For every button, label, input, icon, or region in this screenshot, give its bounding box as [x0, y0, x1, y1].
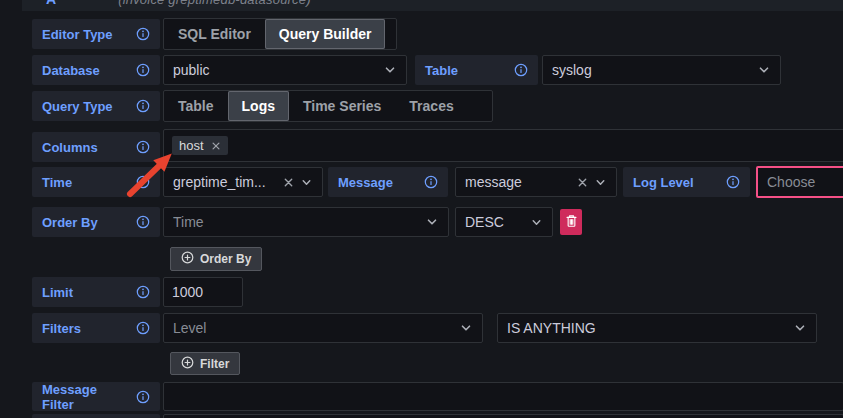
message-filter-label: Message Filter [32, 382, 160, 411]
clipped-next-row-input [163, 414, 843, 418]
message-label: Message [328, 167, 448, 197]
filter-operator-select[interactable]: IS ANYTHING [497, 313, 817, 343]
chevron-down-icon [594, 176, 607, 189]
database-value: public [173, 62, 377, 78]
time-column-select[interactable]: greptime_tim... [163, 167, 323, 197]
info-icon[interactable] [514, 63, 528, 77]
message-filter-label-text: Message Filter [42, 382, 128, 412]
close-icon[interactable] [577, 177, 588, 188]
columns-label: Columns [32, 132, 160, 162]
table-select[interactable]: syslog [542, 55, 781, 85]
info-icon[interactable] [136, 285, 150, 299]
chevron-down-icon [383, 63, 397, 77]
query-type-option-traces[interactable]: Traces [395, 91, 467, 121]
editor-type-option-query-builder[interactable]: Query Builder [265, 19, 386, 49]
plus-circle-icon [181, 356, 194, 372]
editor-type-label: Editor Type [32, 19, 160, 49]
column-chip-label: host [179, 138, 204, 153]
filters-label: Filters [32, 313, 160, 343]
info-icon[interactable] [136, 140, 150, 154]
query-type-label: Query Type [32, 91, 160, 121]
query-type-radio-group: Table Logs Time Series Traces [163, 90, 493, 122]
info-icon[interactable] [136, 321, 150, 335]
order-by-direction-value: DESC [465, 214, 524, 230]
order-by-column-select[interactable]: Time [163, 207, 449, 237]
order-by-column-placeholder: Time [173, 214, 419, 230]
chevron-down-icon [757, 63, 771, 77]
info-icon[interactable] [136, 27, 150, 41]
greptimedb-query-editor: A (invoice greptimedb-datasource) Editor… [0, 0, 843, 418]
message-filter-input[interactable] [163, 382, 843, 411]
editor-type-option-sql-editor[interactable]: SQL Editor [164, 19, 265, 49]
close-icon[interactable] [283, 177, 294, 188]
columns-multiselect-input[interactable]: host [163, 129, 843, 162]
clipped-next-row-label [32, 414, 160, 418]
table-label-text: Table [425, 63, 458, 78]
datasource-note: (invoice greptimedb-datasource) [118, 0, 311, 7]
query-type-option-table[interactable]: Table [164, 91, 228, 121]
info-icon[interactable] [136, 390, 150, 404]
message-label-text: Message [338, 175, 393, 190]
column-chip-host: host [172, 136, 228, 155]
add-filter-button[interactable]: Filter [170, 352, 240, 375]
remove-order-by-button[interactable] [560, 209, 582, 235]
order-by-label: Order By [32, 207, 160, 237]
query-ref-id: A [46, 0, 56, 7]
database-select[interactable]: public [163, 55, 407, 85]
query-type-label-text: Query Type [42, 99, 113, 114]
limit-label: Limit [32, 277, 160, 307]
chevron-down-icon [300, 176, 313, 189]
info-icon[interactable] [424, 175, 438, 189]
columns-label-text: Columns [42, 140, 98, 155]
table-value: syslog [552, 62, 751, 78]
chevron-down-icon [793, 321, 807, 335]
limit-label-text: Limit [42, 285, 73, 300]
filters-label-text: Filters [42, 321, 81, 336]
info-icon[interactable] [136, 63, 150, 77]
chevron-down-icon [530, 216, 543, 229]
message-column-value: message [465, 174, 571, 190]
info-icon[interactable] [136, 99, 150, 113]
filter-column-placeholder: Level [173, 320, 453, 336]
query-type-option-logs[interactable]: Logs [228, 91, 289, 121]
info-icon[interactable] [726, 175, 740, 189]
message-column-select[interactable]: message [455, 167, 617, 197]
info-icon[interactable] [136, 215, 150, 229]
query-row-header: A (invoice greptimedb-datasource) [22, 0, 843, 11]
database-label-text: Database [42, 63, 100, 78]
close-icon[interactable] [211, 141, 221, 151]
order-by-label-text: Order By [42, 215, 98, 230]
log-level-placeholder: Choose [767, 174, 843, 190]
filter-operator-value: IS ANYTHING [507, 320, 787, 336]
time-label-text: Time [42, 175, 72, 190]
limit-input[interactable] [163, 277, 243, 307]
log-level-label: Log Level [623, 167, 750, 197]
add-order-by-label: Order By [200, 252, 251, 266]
chevron-down-icon [425, 215, 439, 229]
table-label: Table [415, 55, 538, 85]
plus-circle-icon [181, 251, 194, 267]
order-by-direction-select[interactable]: DESC [455, 207, 553, 237]
database-label: Database [32, 55, 160, 85]
filter-column-select[interactable]: Level [163, 313, 483, 343]
add-order-by-button[interactable]: Order By [170, 247, 262, 271]
trash-icon [565, 214, 578, 231]
log-level-label-text: Log Level [633, 175, 694, 190]
time-label: Time [32, 167, 160, 197]
query-type-option-time-series[interactable]: Time Series [289, 91, 395, 121]
editor-type-label-text: Editor Type [42, 27, 113, 42]
info-icon[interactable] [136, 175, 150, 189]
editor-type-radio-group: SQL Editor Query Builder [163, 18, 397, 50]
log-level-select[interactable]: Choose [756, 166, 843, 198]
time-column-value: greptime_tim... [173, 174, 277, 190]
chevron-down-icon [459, 321, 473, 335]
add-filter-label: Filter [200, 357, 229, 371]
